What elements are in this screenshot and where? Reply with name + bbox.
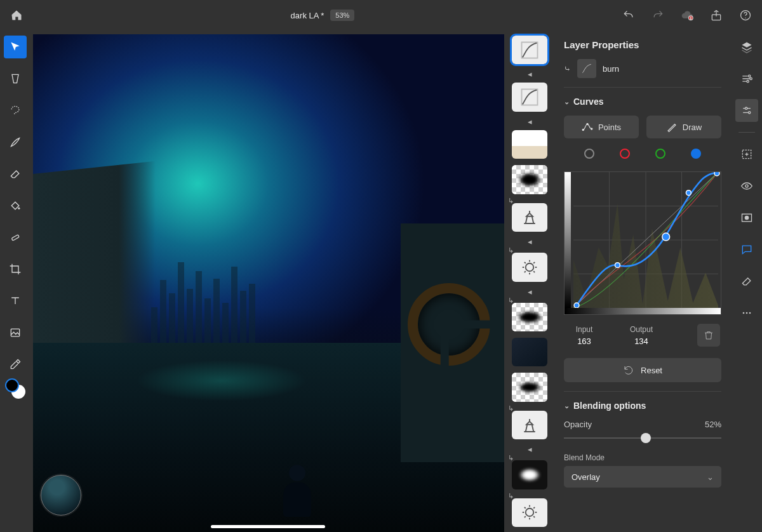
layer-mask-3[interactable] [512, 373, 547, 401]
svg-point-12 [582, 129, 584, 130]
mask-button[interactable] [735, 206, 758, 229]
zoom-indicator[interactable]: 53% [330, 10, 354, 21]
move-tool[interactable] [4, 36, 27, 58]
layer-mask-4[interactable] [512, 460, 547, 489]
channel-green[interactable] [655, 149, 665, 159]
points-mode-button[interactable]: Points [564, 116, 639, 138]
channel-blue[interactable] [691, 149, 701, 159]
fill-tool[interactable] [4, 194, 27, 217]
reset-button[interactable]: Reset [564, 358, 721, 382]
output-label: Output [630, 325, 653, 334]
svg-point-28 [750, 77, 752, 79]
layer-exposure-2[interactable] [512, 498, 547, 527]
draw-mode-button[interactable]: Draw [646, 116, 721, 138]
layer-photo[interactable] [512, 338, 547, 366]
cloud-sync-error-icon[interactable]: ! [679, 8, 695, 23]
visibility-button[interactable] [735, 175, 758, 197]
layers-panel-button[interactable] [735, 36, 758, 58]
layer-exposure-1[interactable] [512, 253, 547, 281]
chevron-left-icon[interactable]: ◂ [528, 69, 532, 79]
layer-color-balance-2[interactable] [512, 411, 547, 439]
foreground-color-swatch[interactable] [5, 378, 19, 392]
eyedropper-tool[interactable] [4, 353, 27, 376]
svg-point-13 [587, 123, 588, 124]
comments-button[interactable] [735, 238, 758, 261]
chevron-left-icon[interactable]: ◂ [528, 287, 532, 296]
chevron-left-icon[interactable]: ◂ [528, 237, 532, 246]
layer-name[interactable]: burn [603, 64, 619, 74]
layer-mask-2[interactable] [512, 303, 547, 331]
panel-title: Layer Properties [564, 39, 721, 50]
svg-point-26 [714, 172, 719, 176]
home-button[interactable] [9, 8, 24, 23]
help-button[interactable] [738, 8, 753, 23]
filename: dark LA * [291, 11, 324, 20]
transform-tool[interactable] [4, 67, 27, 90]
lasso-tool[interactable] [4, 99, 27, 122]
svg-point-5 [18, 208, 20, 209]
heal-tool[interactable] [4, 226, 27, 249]
chevron-down-icon: ⌄ [564, 98, 570, 106]
document-title: dark LA * 53% [291, 10, 355, 21]
layer-color-balance-1[interactable] [512, 203, 547, 232]
svg-point-22 [574, 303, 579, 308]
add-layer-button[interactable] [735, 143, 758, 166]
undo-button[interactable] [621, 8, 636, 23]
layer-mask-1[interactable] [512, 165, 547, 194]
blend-mode-select[interactable]: Overlay ⌄ [564, 466, 721, 488]
chevron-left-icon[interactable]: ◂ [528, 117, 532, 126]
share-button[interactable] [709, 8, 724, 23]
document-canvas[interactable] [33, 34, 504, 532]
channel-red[interactable] [620, 149, 630, 159]
layer-person[interactable] [512, 130, 547, 159]
opacity-label: Opacity [564, 420, 592, 429]
svg-point-38 [749, 312, 751, 314]
svg-point-10 [526, 263, 534, 272]
layer-curves-1[interactable] [512, 36, 547, 64]
chevron-down-icon: ⌄ [707, 472, 714, 482]
svg-point-36 [743, 312, 745, 314]
redo-button[interactable] [650, 8, 665, 23]
blend-mode-label: Blend Mode [564, 453, 721, 462]
svg-rect-6 [11, 235, 19, 241]
svg-point-24 [662, 233, 670, 241]
input-label: Input [576, 325, 593, 334]
output-value[interactable]: 134 [634, 336, 648, 346]
effects-button[interactable] [735, 270, 758, 293]
delete-point-button[interactable] [697, 324, 720, 347]
type-tool[interactable] [4, 289, 27, 312]
clip-icon[interactable]: ⤷ [564, 64, 571, 74]
eraser-tool[interactable] [4, 163, 27, 185]
svg-point-23 [615, 263, 620, 268]
opacity-slider[interactable] [564, 432, 721, 444]
blending-section-toggle[interactable]: ⌄ Blending options [564, 401, 721, 411]
svg-point-27 [749, 75, 751, 77]
properties-panel: Layer Properties ⤷ burn ⌄ Curves Points … [554, 30, 732, 532]
canvas-area[interactable] [30, 30, 505, 532]
svg-point-31 [749, 112, 751, 114]
chevron-left-icon[interactable]: ◂ [528, 444, 532, 454]
crop-tool[interactable] [4, 258, 27, 281]
brush-tool[interactable] [4, 131, 27, 154]
right-toolbar [732, 30, 762, 532]
curves-icon [577, 59, 596, 78]
channel-rgb[interactable] [584, 149, 594, 159]
left-toolbar [0, 30, 30, 532]
adjustments-button[interactable] [735, 99, 758, 122]
svg-point-30 [745, 107, 747, 109]
svg-point-4 [745, 18, 745, 18]
svg-point-29 [747, 81, 749, 83]
layer-properties-button[interactable] [735, 67, 758, 90]
curves-graph[interactable] [564, 171, 721, 315]
layer-strip: ◂ ◂ ↳ ◂ ↳ ◂ ↳ ↳ ◂ ↳ ↳ [505, 30, 554, 532]
svg-point-37 [746, 312, 748, 314]
touch-shortcut-button[interactable] [41, 475, 81, 515]
chevron-down-icon: ⌄ [564, 402, 570, 410]
place-image-tool[interactable] [4, 321, 27, 344]
layer-curves-2[interactable] [512, 83, 547, 111]
opacity-value[interactable]: 52% [705, 420, 721, 429]
color-swatches[interactable] [5, 378, 25, 399]
input-value[interactable]: 163 [577, 336, 591, 346]
curves-section-toggle[interactable]: ⌄ Curves [564, 96, 721, 107]
more-button[interactable] [735, 302, 758, 324]
